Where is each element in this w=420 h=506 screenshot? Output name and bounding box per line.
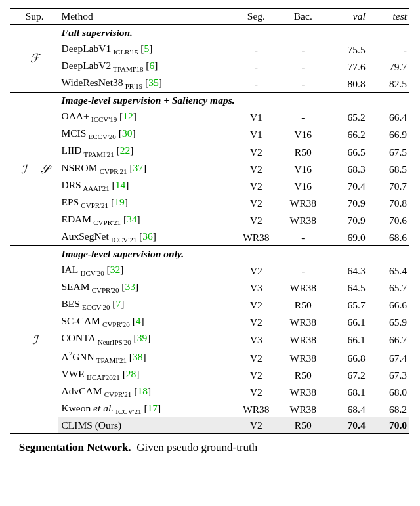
seg-cell: V2 — [233, 262, 280, 279]
header-test: test — [368, 9, 410, 25]
table-row: IAL IJCV'20 [32]V2-64.365.4 — [10, 262, 410, 279]
test-cell: 68.5 — [368, 160, 410, 177]
table-row: DRS AAAI'21 [14]V2V1670.470.7 — [10, 177, 410, 194]
method-cell: AuxSegNet ICCV'21 [36] — [58, 228, 232, 246]
val-cell: 77.6 — [326, 58, 368, 75]
seg-cell: - — [233, 41, 280, 58]
seg-cell: V2 — [233, 211, 280, 228]
ref-link[interactable]: 17 — [148, 402, 158, 413]
bac-cell: R50 — [280, 366, 326, 383]
table-header-row: Sup. Method Seg. Bac. val test — [10, 9, 410, 25]
test-cell: 82.5 — [368, 75, 410, 93]
section-title-row: ℐImage-level supervision only. — [10, 246, 410, 263]
bac-cell: R50 — [280, 142, 326, 159]
caption-line1-tail: Given pseudo ground-truth — [136, 441, 257, 453]
table-row: BES ECCV'20 [7]V2R5065.766.6 — [10, 296, 410, 313]
sup-cell: ℐ — [10, 246, 58, 434]
method-cell: DeepLabV1 ICLR'15 [5] — [58, 41, 232, 58]
ref-link[interactable]: 36 — [142, 230, 153, 242]
ref-link[interactable]: 32 — [110, 264, 121, 275]
val-cell: 70.4 — [326, 417, 368, 434]
test-cell: 66.7 — [368, 330, 410, 347]
val-cell: 68.4 — [326, 400, 368, 417]
test-cell: 68.0 — [368, 383, 410, 400]
test-cell: - — [368, 41, 410, 58]
ref-link[interactable]: 4 — [136, 315, 141, 326]
bac-cell: - — [280, 262, 326, 279]
bac-cell: R50 — [280, 417, 326, 434]
val-cell: 66.1 — [326, 330, 368, 347]
ref-link[interactable]: 22 — [120, 144, 131, 156]
test-cell: 68.2 — [368, 400, 410, 417]
val-cell: 70.9 — [326, 211, 368, 228]
bac-cell: WR38 — [280, 313, 326, 330]
test-cell: 79.7 — [368, 58, 410, 75]
table-row: MCIS ECCV'20 [30]V1V1666.266.9 — [10, 125, 410, 142]
ref-link[interactable]: 39 — [137, 332, 148, 343]
table-row: AdvCAM CVPR'21 [18]V2WR3868.168.0 — [10, 383, 410, 400]
bac-cell: V16 — [280, 160, 326, 177]
header-method: Method — [58, 9, 232, 25]
table-row: DeepLabV1 ICLR'15 [5]--75.5- — [10, 41, 410, 58]
ref-link[interactable]: 35 — [148, 77, 159, 88]
table-row: EDAM CVPR'21 [34]V2WR3870.970.6 — [10, 211, 410, 228]
seg-cell: V2 — [233, 194, 280, 211]
val-cell: 70.4 — [326, 177, 368, 194]
table-row: EPS CVPR'21 [19]V2WR3870.970.8 — [10, 194, 410, 211]
test-cell: 67.5 — [368, 142, 410, 159]
bac-cell: V16 — [280, 125, 326, 142]
method-cell: A2GNN TPAMI'21 [38] — [58, 348, 232, 366]
test-cell: 66.6 — [368, 296, 410, 313]
method-cell: EDAM CVPR'21 [34] — [58, 211, 232, 228]
val-cell: 80.8 — [326, 75, 368, 93]
test-cell: 70.7 — [368, 177, 410, 194]
ref-link[interactable]: 30 — [122, 127, 133, 138]
test-cell: 65.9 — [368, 313, 410, 330]
header-sup: Sup. — [10, 9, 58, 25]
ref-link[interactable]: 37 — [133, 162, 144, 173]
ref-link[interactable]: 12 — [123, 110, 133, 121]
caption-lead: Segmentation Network. — [19, 441, 131, 453]
seg-cell: V2 — [233, 296, 280, 313]
test-cell: 70.6 — [368, 211, 410, 228]
ref-link[interactable]: 34 — [127, 213, 137, 224]
method-cell: LIID TPAMI'21 [22] — [58, 142, 232, 159]
sup-cell: ℱ — [10, 25, 58, 93]
seg-cell: V1 — [233, 125, 280, 142]
table-row: SC-CAM CVPR'20 [4]V2WR3866.165.9 — [10, 313, 410, 330]
table-row: A2GNN TPAMI'21 [38]V2WR3866.867.4 — [10, 348, 410, 366]
ref-link[interactable]: 5 — [144, 43, 149, 54]
val-cell: 66.8 — [326, 348, 368, 366]
ref-link[interactable]: 18 — [137, 385, 148, 396]
seg-cell: V3 — [233, 330, 280, 347]
ref-link[interactable]: 7 — [116, 298, 121, 309]
ref-link[interactable]: 19 — [114, 196, 125, 207]
bac-cell: - — [280, 75, 326, 93]
ref-link[interactable]: 33 — [125, 281, 135, 292]
seg-cell: V2 — [233, 313, 280, 330]
method-cell: BES ECCV'20 [7] — [58, 296, 232, 313]
val-cell: 66.1 — [326, 313, 368, 330]
ref-link[interactable]: 6 — [149, 60, 154, 71]
method-cell: DeepLabV2 TPAMI'18 [6] — [58, 58, 232, 75]
ref-link[interactable]: 14 — [116, 179, 126, 190]
header-seg: Seg. — [233, 9, 280, 25]
ref-link[interactable]: 28 — [126, 368, 136, 379]
val-cell: 67.2 — [326, 366, 368, 383]
bac-cell: R50 — [280, 296, 326, 313]
method-cell: AdvCAM CVPR'21 [18] — [58, 383, 232, 400]
test-cell: 67.4 — [368, 348, 410, 366]
method-cell: MCIS ECCV'20 [30] — [58, 125, 232, 142]
seg-cell: V3 — [233, 279, 280, 296]
seg-cell: V2 — [233, 348, 280, 366]
caption: Segmentation Network. Given pseudo groun… — [10, 440, 410, 455]
ref-link[interactable]: 38 — [133, 351, 143, 362]
method-cell: IAL IJCV'20 [32] — [58, 262, 232, 279]
section-title: Image-level supervision only. — [58, 246, 410, 263]
method-cell: Kweon et al. ICCV'21 [17] — [58, 400, 232, 417]
sup-cell: ℐ + 𝒮 — [10, 93, 58, 246]
bac-cell: - — [280, 108, 326, 125]
bac-cell: WR38 — [280, 279, 326, 296]
val-cell: 65.2 — [326, 108, 368, 125]
val-cell: 69.0 — [326, 228, 368, 246]
